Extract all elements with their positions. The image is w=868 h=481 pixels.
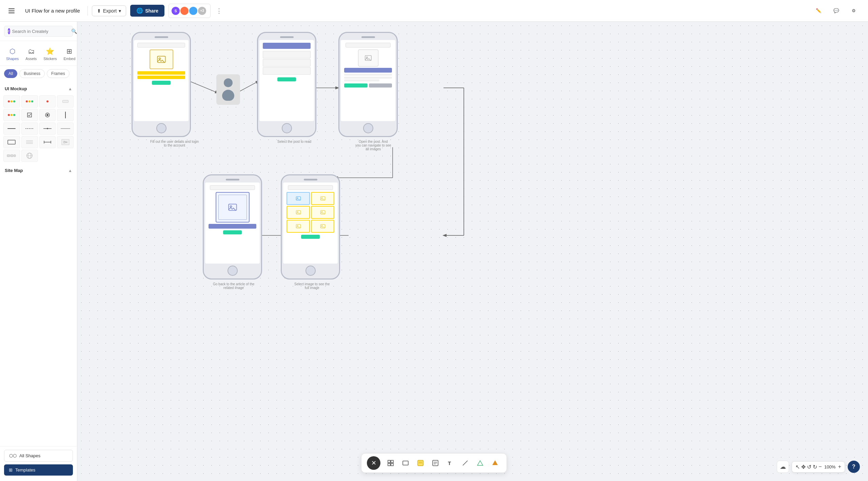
shape-item[interactable] <box>57 109 74 121</box>
sidebar-content: UI Mockup ▲ <box>0 81 77 446</box>
share-label: Share <box>145 8 158 14</box>
svg-line-25 <box>189 81 218 93</box>
export-label: Export <box>103 8 117 14</box>
gallery-item-blue-1 <box>287 192 310 205</box>
all-shapes-button[interactable]: ⬡⬡ All Shapes <box>4 450 73 462</box>
phone-1-screen <box>134 40 189 121</box>
cursor-mode-button[interactable]: ↖ <box>795 464 800 470</box>
phone-2-label: Select the post to read <box>277 140 311 143</box>
embed-nav-label: Embed <box>63 57 75 61</box>
line-tool-button[interactable] <box>459 457 471 469</box>
shape-item[interactable] <box>39 136 56 148</box>
share-button[interactable]: 🌐 Share <box>130 5 164 17</box>
note-tool-button[interactable] <box>429 457 441 469</box>
svg-point-48 <box>321 211 322 212</box>
svg-point-46 <box>297 211 298 212</box>
text-tool-button[interactable]: T <box>444 457 456 469</box>
svg-rect-37 <box>365 56 371 61</box>
shape-item[interactable] <box>57 136 74 148</box>
section-site-map[interactable]: Site Map ▲ <box>0 165 77 176</box>
svg-rect-35 <box>157 56 165 63</box>
close-icon: ✕ <box>371 459 376 467</box>
svg-point-44 <box>321 197 322 198</box>
zoom-level-label: 100% <box>823 464 837 469</box>
shape-item[interactable] <box>57 122 74 135</box>
more-options-button[interactable]: ⋮ <box>216 7 222 15</box>
svg-point-40 <box>230 206 232 207</box>
shape-item[interactable] <box>3 136 20 148</box>
undo-button[interactable]: ↺ <box>807 464 811 470</box>
shape-item[interactable] <box>21 136 38 148</box>
templates-button[interactable]: ⊞ Templates <box>4 464 73 476</box>
shape-tool-button[interactable] <box>474 457 486 469</box>
help-button[interactable]: ? <box>848 461 860 473</box>
search-input[interactable] <box>12 29 69 34</box>
export-button[interactable]: ⬆ Export ▾ <box>92 5 126 16</box>
section-ui-mockup[interactable]: UI Mockup ▲ <box>0 83 77 94</box>
sticky-note-tool-button[interactable] <box>414 457 427 469</box>
phone-2-list1 <box>263 51 311 58</box>
edit-icon-button[interactable]: ✏️ <box>812 5 825 17</box>
sidebar-bottom: ⬡⬡ All Shapes ⊞ Templates <box>0 446 77 481</box>
sidebar-item-embed[interactable]: ⊞ Embed <box>60 45 79 63</box>
header: UI Flow for a new profile ⬆ Export ▾ 🌐 S… <box>0 0 868 22</box>
person-body <box>222 89 234 101</box>
shape-item[interactable] <box>3 122 20 135</box>
zoom-out-button[interactable]: − <box>818 464 822 470</box>
cloud-button[interactable]: ☁ <box>777 461 789 473</box>
sidebar-item-stickers[interactable]: ⭐ Stickers <box>40 45 60 63</box>
project-title[interactable]: UI Flow for a new profile <box>22 6 83 16</box>
svg-point-42 <box>297 197 298 198</box>
shape-item[interactable] <box>3 95 20 108</box>
tab-frames[interactable]: Frames <box>47 69 70 78</box>
svg-marker-68 <box>492 460 498 465</box>
phone-4-main-image <box>216 192 250 223</box>
phone-5-textfield <box>288 185 333 190</box>
sidebar-item-assets[interactable]: 🗂 Assets <box>22 45 40 63</box>
canvas-area[interactable]: Fill out the user details and loginto th… <box>77 22 868 481</box>
shape-item[interactable] <box>57 95 74 108</box>
tab-all[interactable]: All <box>4 69 17 78</box>
frame-tool-button[interactable] <box>384 457 397 469</box>
shape-item[interactable] <box>3 150 20 162</box>
phone-1 <box>132 32 191 137</box>
svg-point-2 <box>46 114 48 116</box>
svg-rect-20 <box>11 155 13 157</box>
phone-3-active-field <box>344 68 392 73</box>
shape-item[interactable] <box>21 95 38 108</box>
more-tool-button[interactable] <box>489 457 501 469</box>
shape-item[interactable] <box>21 109 38 121</box>
redo-button[interactable]: ↻ <box>813 464 817 470</box>
sidebar-item-shapes[interactable]: ⬡ Shapes <box>3 45 22 63</box>
shape-item[interactable] <box>21 150 38 162</box>
menu-button[interactable] <box>5 5 18 17</box>
hamburger-icon <box>8 8 15 13</box>
svg-marker-67 <box>477 461 483 465</box>
shape-item[interactable] <box>21 122 38 135</box>
templates-label: Templates <box>15 467 35 473</box>
close-button[interactable]: ✕ <box>367 456 380 470</box>
collaborators-button[interactable]: S +3 <box>169 4 211 18</box>
shape-item[interactable] <box>39 109 56 121</box>
gallery-item-yellow-4 <box>287 220 310 233</box>
assets-nav-icon: 🗂 <box>28 47 35 55</box>
avatar-s: S <box>171 6 180 16</box>
rectangle-tool-button[interactable] <box>399 457 412 469</box>
export-chevron-icon: ▾ <box>119 8 121 14</box>
zoom-in-button[interactable]: + <box>838 464 841 470</box>
phone-5-speaker <box>304 179 317 180</box>
hand-tool-button[interactable]: ✥ <box>801 464 806 470</box>
tab-business[interactable]: Business <box>19 69 45 78</box>
comment-icon-button[interactable]: 💬 <box>830 5 842 17</box>
shape-item[interactable] <box>3 109 20 121</box>
shape-item[interactable] <box>39 95 56 108</box>
header-right: ✏️ 💬 ⚙ <box>812 5 860 17</box>
stickers-nav-icon: ⭐ <box>46 47 54 55</box>
phone-4-active-field <box>209 224 256 229</box>
all-shapes-icon: ⬡⬡ <box>9 453 17 458</box>
shape-item[interactable] <box>39 122 56 135</box>
svg-rect-3 <box>65 112 66 118</box>
sidebar-tabs: All Business Frames <box>0 66 77 81</box>
settings-icon-button[interactable]: ⚙ <box>848 5 860 17</box>
phone-5-home <box>305 266 316 276</box>
